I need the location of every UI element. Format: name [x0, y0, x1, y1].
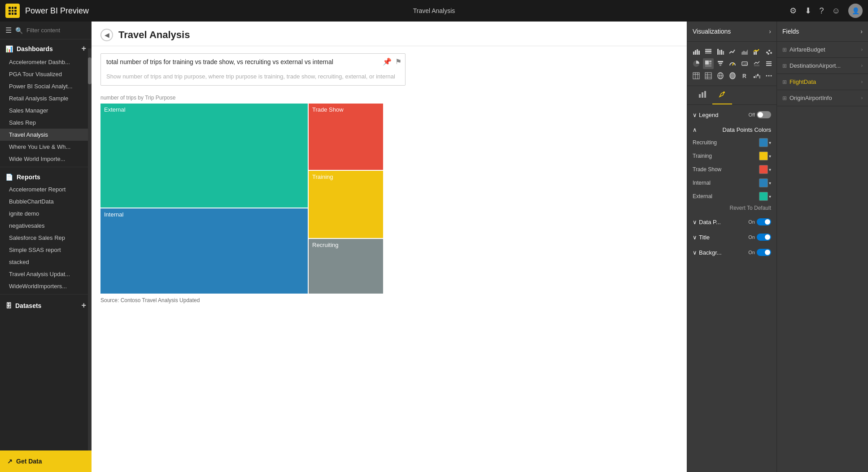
kpi-icon[interactable] [751, 58, 762, 69]
get-data-button[interactable]: ↗ Get Data [0, 450, 92, 472]
sidebar-item-power-bi-social[interactable]: Power BI Social Analyt... [0, 80, 92, 92]
treemap-cell-training[interactable]: Training [309, 171, 383, 238]
color-row-tradeshow: Trade Show ▾ [693, 163, 771, 176]
sidebar-item-travel-analysis-upd[interactable]: Travel Analysis Updat... [0, 268, 92, 280]
training-color-label: Training [693, 153, 712, 159]
sidebar-item-wide-world-importers[interactable]: WideWorldImporters... [0, 280, 92, 292]
more-visuals-icon[interactable] [763, 70, 774, 81]
field-group-origin-header[interactable]: ⊞ OriginAirportInfo › [777, 92, 868, 104]
stacked-bar-icon[interactable] [703, 46, 714, 57]
field-group-destination-header[interactable]: ⊞ DestinationAirport... › [777, 60, 868, 72]
r-visual-icon[interactable]: R [739, 70, 750, 81]
funnel-icon[interactable] [715, 58, 726, 69]
sidebar-item-travel-analysis[interactable]: Travel Analysis [0, 129, 92, 141]
sidebar-scrollbar[interactable] [88, 48, 92, 450]
sidebar-section-dashboards[interactable]: 📊 Dashboards + [0, 39, 92, 56]
filled-map-icon[interactable] [727, 70, 738, 81]
pie-chart-icon[interactable] [691, 58, 702, 69]
sidebar-item-pga-tour[interactable]: PGA Tour Visualized [0, 68, 92, 80]
background-section-header[interactable]: ∨ Backgr... On [693, 246, 771, 259]
tradeshow-color-swatch [759, 165, 768, 174]
qa-input[interactable] [101, 54, 405, 70]
treemap-icon[interactable] [703, 58, 714, 69]
sidebar-item-sales-rep[interactable]: Sales Rep [0, 117, 92, 129]
scatter-chart-icon[interactable] [763, 46, 774, 57]
sidebar-item-accelerometer-dash[interactable]: Accelerometer Dashb... [0, 56, 92, 68]
sidebar-item-negativesales[interactable]: negativesales [0, 220, 92, 232]
destination-chevron: › [861, 63, 863, 68]
treemap-cell-tradeshow[interactable]: Trade Show [309, 104, 383, 170]
tradeshow-color-picker[interactable]: ▾ [759, 165, 771, 174]
sidebar-item-accelerometer-report[interactable]: Accelerometer Report [0, 183, 92, 195]
add-dashboard-icon[interactable]: + [81, 44, 86, 53]
svg-rect-46 [754, 76, 755, 78]
sidebar-item-ssas[interactable]: Simple SSAS report [0, 244, 92, 256]
recruiting-color-picker[interactable]: ▾ [759, 138, 771, 147]
tab-format[interactable] [712, 86, 732, 104]
avatar[interactable]: 👤 [848, 4, 863, 18]
get-data-icon: ↗ [7, 458, 13, 465]
gauge-icon[interactable] [727, 58, 738, 69]
sidebar-section-reports[interactable]: 📄 Reports [0, 169, 92, 183]
add-dataset-icon[interactable]: + [81, 301, 86, 310]
legend-toggle[interactable] [757, 111, 771, 118]
training-label: Training [312, 173, 333, 180]
bar-chart-icon[interactable] [691, 46, 702, 57]
data-points-colors-header[interactable]: ∧ Data Points Colors [693, 124, 771, 136]
help-icon[interactable]: ? [820, 6, 824, 16]
svg-rect-2 [697, 49, 698, 55]
external-color-picker[interactable]: ▾ [759, 192, 771, 201]
slicer-icon[interactable] [763, 58, 774, 69]
card-icon[interactable]: 123 [739, 58, 750, 69]
tab-data[interactable] [693, 86, 712, 104]
data-p-header[interactable]: ∨ Data P... On [693, 216, 771, 228]
hamburger-icon[interactable]: ☰ [5, 26, 12, 35]
map-icon[interactable] [715, 70, 726, 81]
sidebar-section-datasets[interactable]: 🗄 Datasets + [0, 296, 92, 313]
content-main: Show number of trips and trip purpose, w… [92, 46, 687, 472]
treemap-cell-external[interactable]: External [100, 104, 308, 208]
sidebar-item-stacked[interactable]: stacked [0, 256, 92, 268]
sidebar-item-bubble-chart[interactable]: BubbleChartData [0, 195, 92, 208]
field-group-flightdata-header[interactable]: ⊞ FlightData › [777, 76, 868, 88]
svg-rect-24 [719, 63, 722, 64]
revert-to-default-button[interactable]: Revert To Default [693, 203, 771, 213]
emoji-icon[interactable]: ☺ [832, 6, 840, 16]
title-section-header[interactable]: ∨ Title On [693, 231, 771, 243]
svg-rect-32 [766, 65, 772, 66]
clustered-bar-icon[interactable] [715, 46, 726, 57]
viz-panel-chevron[interactable]: › [769, 28, 771, 35]
download-icon[interactable]: ⬇ [805, 6, 811, 16]
fields-chevron[interactable]: › [860, 28, 863, 35]
title-toggle[interactable] [757, 234, 771, 241]
internal-color-picker[interactable]: ▾ [759, 178, 771, 187]
chart-label: number of trips by Trip Purpose [100, 95, 678, 101]
search-input[interactable] [26, 27, 92, 34]
field-group-airfare-header[interactable]: ⊞ AirfareBudget › [777, 43, 868, 56]
background-toggle[interactable] [757, 249, 771, 256]
treemap-cell-internal[interactable]: Internal [100, 208, 308, 294]
sidebar-item-retail-analysis[interactable]: Retail Analysis Sample [0, 92, 92, 104]
sidebar-item-ignite-demo[interactable]: ignite demo [0, 208, 92, 220]
waterfall-icon[interactable] [751, 70, 762, 81]
treemap-cell-recruiting[interactable]: Recruiting [309, 239, 383, 294]
sidebar-item-sales-manager[interactable]: Sales Manager [0, 104, 92, 117]
dpc-chevron: ∧ [693, 126, 697, 133]
pin-icon[interactable]: 📌 [383, 57, 392, 66]
sidebar-item-wide-world[interactable]: Wide World Importe... [0, 153, 92, 165]
topbar: Power BI Preview Travel Analysis ⚙ ⬇ ? ☺… [0, 0, 868, 22]
back-button[interactable]: ◀ [100, 29, 113, 41]
table-icon[interactable] [691, 70, 702, 81]
training-color-picker[interactable]: ▾ [759, 152, 771, 160]
data-p-toggle[interactable] [757, 218, 771, 225]
flag-icon[interactable]: ⚑ [395, 57, 401, 66]
legend-header[interactable]: ∨ Legend Off [693, 108, 771, 121]
line-chart-icon[interactable] [727, 46, 738, 57]
matrix-icon[interactable] [703, 70, 714, 81]
settings-icon[interactable]: ⚙ [789, 6, 797, 16]
svg-point-56 [723, 91, 725, 93]
sidebar-item-salesforce[interactable]: Salesforce Sales Rep [0, 232, 92, 244]
sidebar-item-where-you-live[interactable]: Where You Live & Wh... [0, 141, 92, 153]
combo-chart-icon[interactable] [751, 46, 762, 57]
area-chart-icon[interactable] [739, 46, 750, 57]
